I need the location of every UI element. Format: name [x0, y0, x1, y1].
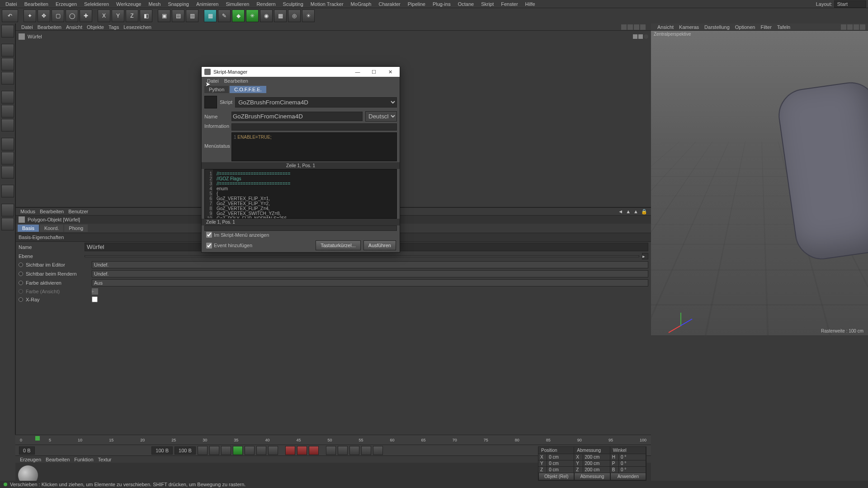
- make-editable[interactable]: [1, 25, 14, 38]
- tab-phong[interactable]: Phong: [64, 225, 88, 232]
- key-rot[interactable]: [349, 446, 359, 455]
- undo-button[interactable]: ↶: [2, 9, 18, 22]
- menu-erzeugen[interactable]: Erzeugen: [52, 0, 80, 8]
- attr-menu-benutzer[interactable]: Benutzer: [68, 209, 88, 214]
- prop-viseditor-value[interactable]: Undef.: [92, 261, 648, 268]
- vp-menu-optionen[interactable]: Optionen: [735, 24, 755, 30]
- panel-icon[interactable]: [621, 24, 627, 30]
- menu-octane[interactable]: Octane: [454, 0, 477, 8]
- prev-frame[interactable]: [221, 446, 231, 455]
- next-frame[interactable]: [245, 446, 255, 455]
- rotate-tool[interactable]: ◯: [66, 9, 78, 22]
- menu-motion-tracker[interactable]: Motion Tracker: [307, 0, 347, 8]
- radio-icon[interactable]: [19, 272, 23, 276]
- menu-bearbeiten[interactable]: Bearbeiten: [21, 0, 52, 8]
- attr-menu-bearbeiten[interactable]: Bearbeiten: [40, 209, 64, 214]
- uv-mode[interactable]: [1, 152, 14, 164]
- panel-icon[interactable]: [627, 24, 633, 30]
- tab-koord[interactable]: Koord.: [40, 225, 63, 232]
- minimize-button[interactable]: —: [351, 67, 364, 77]
- viewport-canvas[interactable]: Rasterweite : 100 cm: [651, 31, 868, 335]
- key-scale[interactable]: [338, 446, 348, 455]
- lock-icon[interactable]: 🔒: [641, 209, 647, 215]
- radio-icon[interactable]: [19, 297, 23, 302]
- keyframe-sel[interactable]: [309, 446, 319, 455]
- psr-y-dim[interactable]: 200 cm: [583, 460, 610, 466]
- script-editor[interactable]: 12345678910 //==========================…: [204, 169, 397, 219]
- play-button[interactable]: [233, 446, 243, 455]
- edges-mode[interactable]: [1, 105, 14, 117]
- menu-mograph[interactable]: MoGraph: [347, 0, 375, 8]
- dialog-titlebar[interactable]: Skript-Manager — ☐ ✕: [202, 67, 400, 77]
- dlg-menu-datei[interactable]: Datei: [207, 78, 219, 84]
- vp-menu-kameras[interactable]: Kameras: [679, 24, 699, 30]
- nav-fwd-icon[interactable]: ▲: [626, 209, 631, 215]
- menustatus-code[interactable]: 1 ENABLE=TRUE;: [231, 132, 397, 161]
- locked-workplane[interactable]: [1, 218, 14, 230]
- autokey-button[interactable]: [297, 446, 307, 455]
- panel-icon[interactable]: [634, 24, 639, 30]
- psr-y-pos[interactable]: 0 cm: [547, 460, 574, 466]
- show-in-menu-checkbox[interactable]: [206, 232, 212, 238]
- texture-mode[interactable]: [1, 58, 14, 70]
- layer-icon[interactable]: ▸: [642, 253, 648, 259]
- horizontal-scrollbar[interactable]: [204, 225, 397, 231]
- mat-menu-textur[interactable]: Textur: [98, 457, 112, 462]
- prop-visrender-value[interactable]: Undef.: [92, 270, 648, 277]
- menu-plugins[interactable]: Plug-ins: [429, 0, 454, 8]
- menu-sculpting[interactable]: Sculpting: [279, 0, 307, 8]
- maximize-button[interactable]: ☐: [367, 67, 381, 77]
- close-button[interactable]: ✕: [383, 67, 397, 77]
- z-axis-lock[interactable]: Z: [126, 9, 138, 22]
- add-event-checkbox[interactable]: [206, 243, 212, 249]
- obj-menu-datei[interactable]: Datei: [21, 24, 33, 30]
- menu-simulieren[interactable]: Simulieren: [222, 0, 253, 8]
- radio-icon[interactable]: [19, 281, 23, 285]
- menu-rendern[interactable]: Rendern: [253, 0, 279, 8]
- menu-charakter[interactable]: Charakter: [375, 0, 404, 8]
- obj-menu-tags[interactable]: Tags: [108, 24, 119, 30]
- prop-layer-value[interactable]: [85, 255, 639, 257]
- workplane-mode[interactable]: [1, 72, 14, 84]
- layout-select[interactable]: Start: [834, 0, 866, 8]
- mat-menu-funktion[interactable]: Funktion: [74, 457, 93, 462]
- snap-toggle[interactable]: [1, 185, 14, 197]
- scale-tool[interactable]: ▢: [52, 9, 64, 22]
- render-settings[interactable]: ▥: [186, 9, 198, 22]
- phong-tag-icon[interactable]: [644, 34, 648, 39]
- panel-icon[interactable]: [640, 24, 646, 30]
- frame-start[interactable]: 0 B: [19, 446, 35, 455]
- menu-fenster[interactable]: Fenster: [497, 0, 521, 8]
- psr-b-ang[interactable]: 0 °: [619, 466, 646, 473]
- add-light[interactable]: ◎: [288, 9, 301, 22]
- menu-snapping[interactable]: Snapping: [164, 0, 193, 8]
- nav-back-icon[interactable]: ◄: [618, 209, 623, 215]
- tab-basis[interactable]: Basis: [18, 225, 39, 232]
- script-select[interactable]: GoZBrushFromCinema4D: [235, 97, 397, 108]
- vp-nav-icon[interactable]: [854, 24, 859, 30]
- frame-end[interactable]: 100 B: [151, 446, 173, 455]
- tab-coffee[interactable]: C.O.F.F.E.E.: [230, 86, 266, 93]
- object-row[interactable]: Würfel: [19, 33, 648, 41]
- name-input[interactable]: [231, 112, 363, 121]
- tab-python[interactable]: Python: [204, 86, 229, 93]
- add-light2[interactable]: ☀: [302, 9, 315, 22]
- psr-apply-button[interactable]: Anwenden: [610, 473, 646, 480]
- prev-key[interactable]: [209, 446, 219, 455]
- psr-dim-button[interactable]: Abmessung: [574, 473, 610, 480]
- vp-menu-tafeln[interactable]: Tafeln: [777, 24, 790, 30]
- menu-datei[interactable]: Datei: [2, 0, 21, 8]
- y-axis-lock[interactable]: Y: [112, 9, 124, 22]
- menu-werkzeuge[interactable]: Werkzeuge: [113, 0, 145, 8]
- goto-start[interactable]: [198, 446, 208, 455]
- obj-menu-lesezeichen[interactable]: Lesezeichen: [123, 24, 151, 30]
- xray-checkbox[interactable]: [92, 296, 98, 302]
- frame-end2[interactable]: 100 B: [175, 446, 196, 455]
- key-pos[interactable]: [326, 446, 336, 455]
- vp-nav-icon[interactable]: [847, 24, 853, 30]
- viewport-solo[interactable]: [1, 204, 14, 216]
- execute-button[interactable]: Ausführen: [363, 240, 396, 250]
- key-param[interactable]: [361, 446, 371, 455]
- add-generator[interactable]: ◆: [232, 9, 245, 22]
- mat-menu-bearbeiten[interactable]: Bearbeiten: [46, 457, 70, 462]
